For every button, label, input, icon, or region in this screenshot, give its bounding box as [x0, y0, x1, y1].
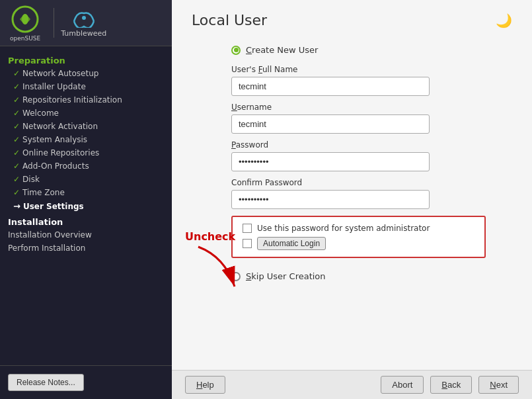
skip-user-creation-row[interactable]: Skip User Creation — [231, 271, 512, 281]
page-title: Local User — [192, 12, 267, 28]
sidebar-item-online-repositories[interactable]: ✓ Online Repositories — [0, 146, 172, 159]
sidebar-item-welcome[interactable]: ✓ Welcome — [0, 107, 172, 120]
check-icon: ✓ — [13, 109, 20, 118]
password-label: Password — [231, 140, 486, 150]
use-password-row[interactable]: Use this password for system administrat… — [243, 224, 475, 233]
content-header: Local User 🌙 — [172, 0, 532, 35]
full-name-label: User's Full Name — [231, 65, 486, 74]
full-name-input[interactable] — [231, 77, 430, 96]
logo-divider — [54, 8, 54, 38]
next-button[interactable]: Next — [478, 376, 519, 394]
opensuse-text: openSUSE — [10, 35, 40, 42]
tumbleweed-logo: Tumbleweed — [61, 8, 106, 38]
sidebar-item-network-activation[interactable]: ✓ Network Activation — [0, 120, 172, 133]
back-button[interactable]: Back — [430, 376, 472, 394]
sidebar-item-perform-installation[interactable]: Perform Installation — [0, 242, 172, 255]
content-footer: Help Abort Back Next — [172, 370, 532, 399]
radio-skip-user-creation[interactable] — [231, 272, 241, 281]
footer-left: Help — [185, 376, 225, 394]
check-icon: ✓ — [13, 161, 20, 171]
radio-create-new-user[interactable] — [231, 46, 241, 55]
check-icon: ✓ — [13, 148, 20, 157]
main-layout: openSUSE Tumbleweed Preparation ✓ Networ… — [0, 0, 532, 399]
check-icon: ✓ — [13, 122, 20, 131]
moon-icon: 🌙 — [496, 13, 512, 28]
release-notes-button[interactable]: Release Notes... — [8, 374, 84, 391]
check-icon: ✓ — [13, 175, 20, 184]
footer-right: Abort Back Next — [381, 376, 519, 394]
sidebar-item-system-analysis[interactable]: ✓ System Analysis — [0, 133, 172, 146]
svg-point-2 — [82, 16, 86, 20]
uncheck-annotation: Uncheck — [185, 230, 235, 243]
sidebar-item-installation-overview[interactable]: Installation Overview — [0, 228, 172, 242]
create-new-user-label: Create New User — [246, 45, 318, 55]
preparation-section-label: Preparation — [0, 52, 172, 67]
sidebar-item-network-autosetup[interactable]: ✓ Network Autosetup — [0, 67, 172, 80]
confirm-password-label: Confirm Password — [231, 178, 486, 187]
check-icon: ✓ — [13, 188, 20, 197]
sidebar-item-addon-products[interactable]: ✓ Add-On Products — [0, 159, 172, 173]
installation-section-label: Installation — [0, 213, 172, 228]
svg-point-1 — [22, 14, 28, 24]
full-name-field-group: User's Full Name — [231, 65, 486, 96]
abort-button[interactable]: Abort — [381, 376, 424, 394]
sidebar-footer: Release Notes... — [0, 365, 172, 399]
username-input[interactable] — [231, 114, 430, 134]
confirm-password-input[interactable] — [231, 190, 430, 209]
check-icon: ✓ — [13, 95, 20, 105]
confirm-password-field-group: Confirm Password — [231, 178, 486, 209]
sidebar-item-installer-update[interactable]: ✓ Installer Update — [0, 80, 172, 93]
password-field-group: Password — [231, 140, 486, 171]
sidebar-item-timezone[interactable]: ✓ Time Zone — [0, 186, 172, 199]
content-body: Uncheck Create New User — [172, 35, 532, 370]
automatic-login-row[interactable]: Automatic Login — [243, 237, 475, 250]
use-password-checkbox[interactable] — [243, 224, 252, 233]
username-field-group: Username — [231, 103, 486, 134]
sidebar-nav: Preparation ✓ Network Autosetup ✓ Instal… — [0, 46, 172, 365]
sidebar-item-user-settings[interactable]: → User Settings — [0, 199, 172, 213]
create-new-user-radio-row[interactable]: Create New User — [231, 45, 512, 55]
tumbleweed-text: Tumbleweed — [61, 29, 106, 38]
checkbox-section: Use this password for system administrat… — [231, 216, 486, 258]
check-icon: ✓ — [13, 82, 20, 91]
check-icon: ✓ — [13, 135, 20, 144]
username-label: Username — [231, 103, 486, 112]
radio-dot-inner — [234, 48, 239, 52]
arrow-icon: → — [13, 201, 20, 211]
sidebar-item-repositories[interactable]: ✓ Repositories Initialization — [0, 93, 172, 107]
check-icon: ✓ — [13, 69, 20, 78]
automatic-login-checkbox[interactable] — [243, 239, 252, 248]
use-password-label: Use this password for system administrat… — [257, 224, 430, 233]
help-button[interactable]: Help — [185, 376, 225, 394]
password-input[interactable] — [231, 152, 430, 171]
sidebar-item-disk[interactable]: ✓ Disk — [0, 173, 172, 186]
skip-user-creation-label: Skip User Creation — [246, 271, 326, 281]
opensuse-logo: openSUSE — [10, 5, 40, 42]
content-area: Local User 🌙 Uncheck Create N — [172, 0, 532, 399]
sidebar: openSUSE Tumbleweed Preparation ✓ Networ… — [0, 0, 172, 399]
sidebar-logo: openSUSE Tumbleweed — [0, 0, 172, 46]
automatic-login-button[interactable]: Automatic Login — [257, 237, 326, 250]
